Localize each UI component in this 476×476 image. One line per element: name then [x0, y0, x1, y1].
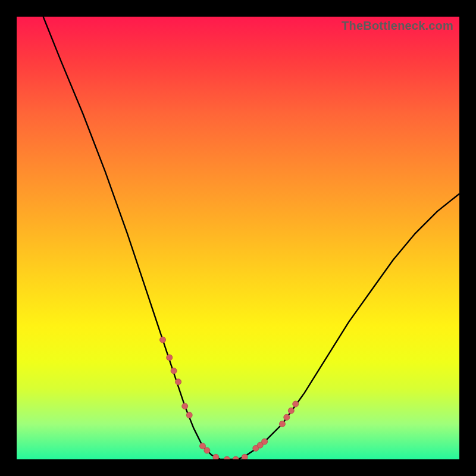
marker-group: [160, 337, 299, 459]
marker-point: [279, 421, 285, 427]
marker-point: [284, 414, 290, 420]
marker-point: [262, 439, 268, 444]
marker-point: [176, 379, 181, 385]
marker-point: [224, 456, 230, 459]
chart-svg: [17, 17, 459, 459]
marker-point: [171, 368, 177, 374]
marker-point: [204, 447, 210, 453]
marker-point: [233, 456, 239, 459]
marker-point: [213, 454, 219, 459]
marker-point: [186, 412, 192, 418]
marker-point: [160, 337, 166, 343]
marker-point: [242, 454, 248, 459]
bottleneck-curve: [43, 17, 459, 459]
marker-point: [167, 355, 173, 361]
outer-frame: TheBottleneck.com: [0, 0, 476, 476]
marker-point: [288, 408, 294, 414]
plot-area: TheBottleneck.com: [17, 17, 459, 459]
marker-point: [200, 443, 206, 449]
marker-point: [182, 403, 188, 409]
marker-point: [293, 401, 299, 407]
